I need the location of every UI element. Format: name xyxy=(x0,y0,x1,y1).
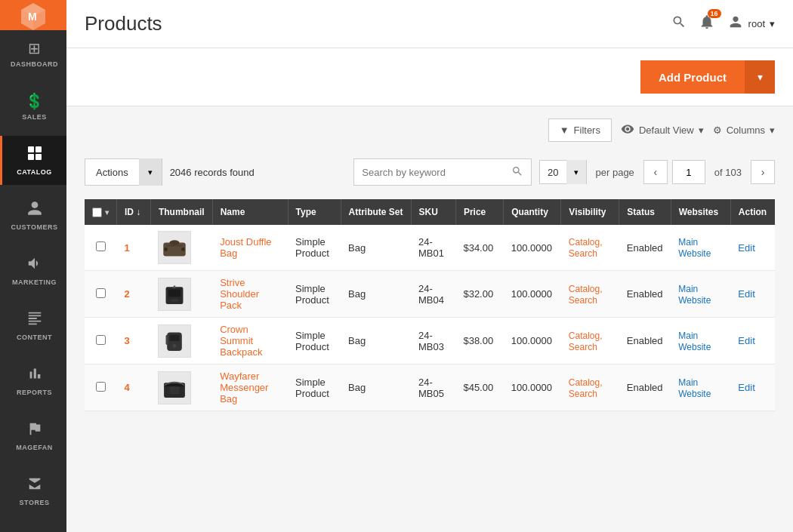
row-websites-cell: Main Website xyxy=(671,225,730,271)
col-header-sku[interactable]: SKU xyxy=(411,199,455,225)
product-type: Simple Product xyxy=(295,330,329,352)
svg-point-9 xyxy=(181,248,185,251)
row-price-cell: $34.00 xyxy=(455,225,503,271)
svg-point-16 xyxy=(173,344,177,348)
row-checkbox[interactable] xyxy=(96,241,106,251)
sidebar-item-label: DASHBOARD xyxy=(11,60,58,68)
product-id[interactable]: 1 xyxy=(125,242,130,254)
search-button[interactable] xyxy=(504,165,531,180)
product-thumbnail xyxy=(158,324,191,358)
row-checkbox[interactable] xyxy=(96,288,106,298)
records-found-label: 2046 records found xyxy=(170,167,347,178)
sidebar-item-magefan[interactable]: MAGEFAN xyxy=(0,411,66,460)
col-header-attribute-set[interactable]: Attribute Set xyxy=(341,199,411,225)
col-header-price[interactable]: Price xyxy=(455,199,503,225)
row-quantity-cell: 100.0000 xyxy=(504,318,561,364)
sidebar-item-sales[interactable]: 💲 SALES xyxy=(0,83,66,130)
add-product-dropdown-button[interactable]: ▾ xyxy=(745,60,775,94)
sidebar-item-label: CUSTOMERS xyxy=(11,223,58,231)
svg-rect-12 xyxy=(171,299,179,301)
col-header-websites[interactable]: Websites xyxy=(671,199,730,225)
product-attribute-set: Bag xyxy=(348,335,366,346)
row-checkbox[interactable] xyxy=(96,335,106,345)
product-name[interactable]: Joust Duffle Bag xyxy=(220,236,271,259)
prev-page-button[interactable]: ‹ xyxy=(643,160,668,184)
col-header-quantity[interactable]: Quantity xyxy=(504,199,561,225)
default-view-button[interactable]: Default View ▾ xyxy=(621,122,704,138)
row-status-cell: Enabled xyxy=(619,225,671,271)
sidebar-item-dashboard[interactable]: ⊞ DASHBOARD xyxy=(0,30,66,77)
notifications-button[interactable]: 16 xyxy=(699,14,715,34)
svg-point-6 xyxy=(170,240,180,245)
main-content: Products 16 root ▾ Add Product ▾ xyxy=(66,0,793,532)
sidebar-item-catalog[interactable]: CATALOG xyxy=(0,136,66,185)
col-header-type[interactable]: Type xyxy=(288,199,341,225)
filters-button[interactable]: ▼ Filters xyxy=(548,118,612,142)
view-chevron-icon: ▾ xyxy=(699,125,704,136)
sidebar-item-system[interactable]: ⚙ SYSTEM xyxy=(0,521,66,532)
svg-rect-20 xyxy=(170,386,180,394)
edit-link[interactable]: Edit xyxy=(738,288,754,300)
check-dropdown-icon[interactable]: ▾ xyxy=(105,208,109,217)
row-checkbox-cell xyxy=(85,225,117,271)
edit-link[interactable]: Edit xyxy=(738,335,754,346)
sidebar-item-reports[interactable]: REPORTS xyxy=(0,356,66,405)
col-header-name[interactable]: Name xyxy=(212,199,288,225)
product-id[interactable]: 2 xyxy=(125,288,130,300)
product-type: Simple Product xyxy=(295,236,329,259)
col-header-visibility[interactable]: Visibility xyxy=(561,199,619,225)
product-id[interactable]: 3 xyxy=(125,335,130,346)
row-sku-cell: 24-MB03 xyxy=(411,318,455,364)
actions-dropdown-button[interactable]: ▾ xyxy=(139,158,162,186)
edit-link[interactable]: Edit xyxy=(738,242,754,254)
svg-rect-2 xyxy=(35,146,42,152)
page-number-input[interactable] xyxy=(672,160,705,184)
sidebar-item-customers[interactable]: CUSTOMERS xyxy=(0,191,66,240)
row-name-cell: Strive Shoulder Pack xyxy=(212,271,288,318)
row-checkbox[interactable] xyxy=(96,382,106,392)
marketing-icon xyxy=(26,255,43,275)
actions-label: Actions xyxy=(85,167,139,178)
product-id[interactable]: 4 xyxy=(125,382,130,393)
product-name[interactable]: Wayfarer Messenger Bag xyxy=(220,371,268,404)
topbar-search-button[interactable] xyxy=(671,14,687,33)
sidebar-item-label: CONTENT xyxy=(17,334,52,341)
row-price-cell: $38.00 xyxy=(455,318,503,364)
row-quantity-cell: 100.0000 xyxy=(504,271,561,318)
user-menu-button[interactable]: root ▾ xyxy=(727,14,775,34)
product-name[interactable]: Strive Shoulder Pack xyxy=(220,277,259,311)
columns-button[interactable]: ⚙ Columns ▾ xyxy=(713,125,775,136)
next-page-button[interactable]: › xyxy=(751,160,775,184)
product-sku: 24-MB05 xyxy=(418,377,444,399)
product-sku: 24-MB01 xyxy=(418,236,444,259)
row-type-cell: Simple Product xyxy=(288,225,341,271)
product-name[interactable]: Crown Summit Backpack xyxy=(220,324,262,358)
sidebar-item-marketing[interactable]: MARKETING xyxy=(0,246,66,295)
select-all-checkbox[interactable] xyxy=(92,208,102,217)
search-input[interactable] xyxy=(354,167,504,178)
add-product-button[interactable]: Add Product xyxy=(640,60,745,94)
sidebar: M ⊞ DASHBOARD 💲 SALES CATALOG CUSTOMERS xyxy=(0,0,66,532)
svg-rect-4 xyxy=(35,154,42,160)
per-page-dropdown-button[interactable]: ▾ xyxy=(566,160,586,184)
sidebar-item-content[interactable]: CONTENT xyxy=(0,301,66,350)
app-logo: M xyxy=(0,0,66,30)
search-box xyxy=(353,158,532,186)
row-attr-cell: Bag xyxy=(341,271,411,318)
sidebar-item-stores[interactable]: STORES xyxy=(0,466,66,515)
columns-label: Columns xyxy=(727,125,765,136)
product-attribute-set: Bag xyxy=(348,288,366,300)
row-name-cell: Crown Summit Backpack xyxy=(212,318,288,364)
row-websites-cell: Main Website xyxy=(671,271,730,318)
row-action-cell: Edit xyxy=(730,318,775,364)
product-quantity: 100.0000 xyxy=(511,288,552,300)
product-type: Simple Product xyxy=(295,377,329,399)
svg-rect-15 xyxy=(170,334,180,340)
product-price: $45.00 xyxy=(463,382,493,393)
col-header-status[interactable]: Status xyxy=(619,199,671,225)
magefan-icon xyxy=(26,420,43,441)
username: root xyxy=(748,18,765,29)
product-sku: 24-MB04 xyxy=(418,283,444,306)
col-header-id[interactable]: ID ↓ xyxy=(117,199,151,225)
edit-link[interactable]: Edit xyxy=(738,382,754,393)
